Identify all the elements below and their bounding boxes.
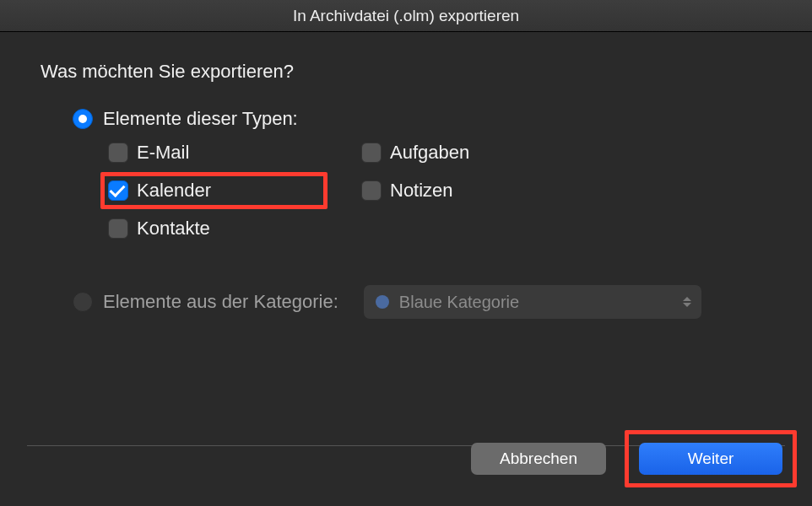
checkbox-icon [108,180,128,201]
chevron-updown-icon [683,297,691,307]
highlight-calendar: Kalender [100,172,328,209]
button-row: Abbrechen Weiter [471,430,797,487]
checkbox-email[interactable]: E-Mail [108,142,328,164]
checkbox-calendar-label: Kalender [137,180,211,202]
checkbox-notes-label: Notizen [390,180,453,202]
checkbox-notes[interactable]: Notizen [361,172,530,209]
window-titlebar: In Archivdatei (.olm) exportieren [0,0,812,32]
checkbox-icon [361,180,382,201]
radio-icon [73,292,93,312]
next-button[interactable]: Weiter [639,443,782,475]
highlight-next: Weiter [625,430,797,487]
checkbox-contacts[interactable]: Kontakte [108,218,328,240]
prompt-text: Was möchten Sie exportieren? [41,61,788,83]
checkbox-icon [108,218,128,239]
cancel-button[interactable]: Abbrechen [471,443,606,475]
dialog-body: Was möchten Sie exportieren? Elemente di… [0,32,812,506]
radio-option-types[interactable]: Elemente dieser Typen: [73,108,788,130]
window-title: In Archivdatei (.olm) exportieren [293,7,519,25]
checkbox-tasks-label: Aufgaben [390,142,469,164]
checkbox-tasks[interactable]: Aufgaben [361,142,530,164]
radio-icon [73,109,93,129]
checkbox-email-label: E-Mail [137,142,189,164]
checkbox-contacts-label: Kontakte [137,218,210,240]
next-button-label: Weiter [688,449,734,468]
radio-types-label: Elemente dieser Typen: [103,108,298,130]
checkbox-calendar[interactable]: Kalender [108,180,317,202]
cancel-button-label: Abbrechen [500,449,577,468]
radio-option-category[interactable]: Elemente aus der Kategorie: [73,291,338,313]
radio-category-label: Elemente aus der Kategorie: [103,291,338,313]
checkbox-icon [108,143,128,163]
checkbox-icon [361,143,382,163]
category-dropdown[interactable]: Blaue Kategorie [364,285,701,319]
category-dropdown-value: Blaue Kategorie [399,293,519,312]
category-color-dot-icon [376,295,389,309]
